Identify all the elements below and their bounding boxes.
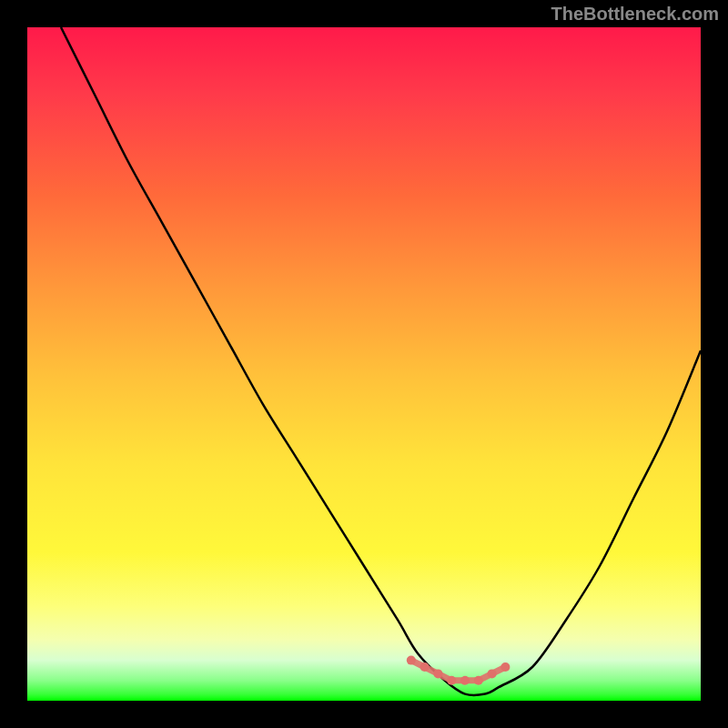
svg-point-0 [407,656,416,665]
svg-point-2 [433,669,442,678]
chart-svg [27,27,701,701]
svg-point-4 [460,676,470,685]
plot-area [27,27,701,701]
bottleneck-curve-line [61,27,701,695]
svg-point-1 [420,662,430,672]
svg-point-5 [474,676,483,685]
svg-point-6 [488,669,497,678]
svg-point-3 [447,676,456,685]
watermark-text: TheBottleneck.com [551,4,719,25]
svg-point-7 [500,662,510,672]
chart-container: TheBottleneck.com [0,0,728,728]
